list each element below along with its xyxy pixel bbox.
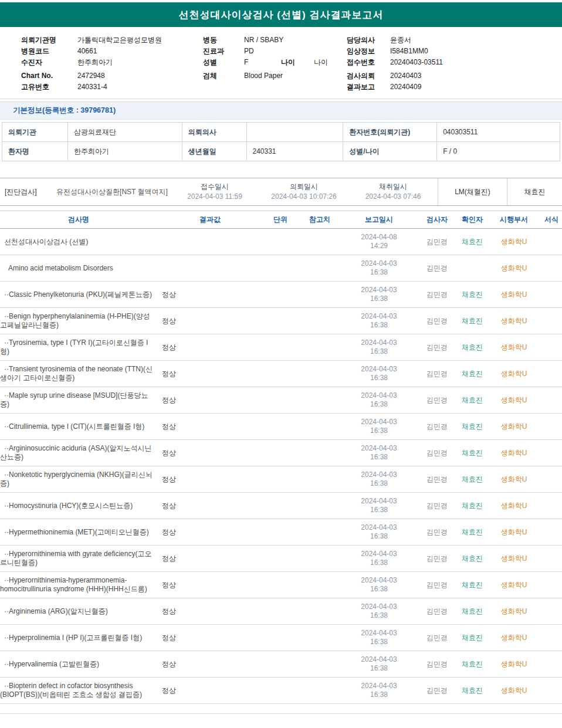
- unit-value: [263, 361, 298, 387]
- field-label: 성별/나이: [343, 142, 437, 161]
- reported-datetime: 2024-04-03 16:38: [341, 598, 417, 625]
- table-row: ··Homocystinuria (HCY)(호모시스틴뇨증)정상2024-04…: [0, 493, 562, 519]
- confirmer-name: 채효진: [458, 334, 487, 361]
- department-name: 생화학U: [487, 282, 541, 308]
- result-value: 정상: [157, 493, 263, 519]
- test-name: ··Maple syrup urine disease [MSUD](단풍당뇨증…: [0, 387, 157, 414]
- info-label: 검사의뢰: [347, 70, 390, 82]
- department-name: 생화학U: [487, 308, 541, 334]
- result-value: 정상: [157, 466, 263, 493]
- test-name: ··Classic Phenylketonuria (PKU)(페닐케톤뇨증): [0, 282, 157, 308]
- result-value: 정상: [157, 519, 263, 546]
- column-header-4: 참고치: [298, 211, 341, 229]
- info-value: 40661: [77, 46, 97, 57]
- time-label: 접수일시: [170, 182, 259, 192]
- form-value: [541, 466, 562, 493]
- test-name: ··Citrullinemia, type I (CIT)(시트룰린혈증 I형): [0, 414, 157, 440]
- divider-line: [0, 99, 562, 99]
- field-label: 환자명: [2, 142, 68, 161]
- basic-info-row: 환자명한주희아기생년월일240331성별/나이F / 0: [2, 142, 560, 161]
- report-title-band: 선천성대사이상검사 (선별) 검사결과보고서: [0, 2, 562, 27]
- reference-value: [298, 519, 341, 546]
- reported-text: 2024-04-03 16:38: [354, 497, 404, 514]
- info-value: I584B1MM0: [390, 46, 428, 57]
- time-value: 2024-04-03 10:07:26: [259, 192, 348, 202]
- reported-text: 2024-04-03 16:38: [354, 259, 404, 277]
- result-value: 정상: [157, 308, 263, 334]
- form-value: [541, 493, 562, 519]
- result-value: 정상: [157, 361, 263, 387]
- form-value: [541, 440, 562, 466]
- reported-text: 2024-04-03 16:38: [354, 550, 404, 567]
- tester-name: 김민경: [417, 255, 458, 282]
- tester-name: 김민경: [417, 493, 458, 519]
- table-row: Amino acid metabolism Disorders2024-04-0…: [0, 255, 562, 282]
- department-name: 생화학U: [487, 546, 541, 572]
- unit-value: [263, 229, 298, 255]
- confirmer-name: 채효진: [458, 361, 487, 387]
- report-page: 선천성대사이상검사 (선별) 검사결과보고서 의뢰기관명가톨릭대학교은평성모병원…: [0, 2, 562, 714]
- column-header-2: 결과값: [157, 211, 263, 229]
- results-header-row: 검사명결과값단위참고치보고일시검사자확인자시행부서서식: [0, 211, 562, 229]
- info-column-1: 의뢰기관명가톨릭대학교은평성모병원병원코드40661수진자한주희아기Chart …: [21, 35, 203, 93]
- unit-value: [263, 625, 298, 651]
- form-value: [541, 625, 562, 651]
- result-value: 정상: [157, 334, 263, 361]
- info-row: 진료과PD: [203, 46, 347, 57]
- test-name: ··Hypermethioninemia (MET)(고메티오닌혈증): [0, 519, 157, 546]
- test-name: ··Hyperornithinemia-hyperammonemia-homoc…: [0, 572, 157, 598]
- unit-value: [263, 678, 298, 704]
- reference-value: [298, 625, 341, 651]
- form-value: [541, 546, 562, 572]
- test-name: ··Argininosuccinic aciduria (ASA)(알지노석시닌…: [0, 440, 157, 466]
- test-name: 선천성대사이상검사 (선별): [0, 229, 157, 255]
- info-value: 240331-4: [77, 82, 107, 93]
- reported-text: 2024-04-03 16:38: [354, 682, 404, 699]
- table-row: ··Biopterin defect in cofactor biosynthe…: [0, 678, 562, 704]
- collector-name: LM(채혈진): [438, 178, 507, 205]
- basic-info-row: 의뢰기관삼광의료재단의뢰의사환자번호(의뢰기관)040303511: [2, 123, 560, 142]
- table-row: ··Tyrosinemia, type I (TYR I)(고타이로신혈증 I형…: [0, 334, 562, 361]
- reported-datetime: 2024-04-03 16:38: [341, 255, 417, 282]
- reported-datetime: 2024-04-03 16:38: [341, 361, 417, 387]
- info-row: 수진자한주희아기: [21, 57, 203, 68]
- department-name: 생화학U: [487, 625, 541, 651]
- result-value: 정상: [157, 678, 263, 704]
- reference-value: [298, 651, 341, 678]
- info-value: 20240403: [390, 70, 421, 82]
- field-label: 생년월일: [182, 142, 246, 161]
- reported-datetime: 2024-04-03 16:38: [341, 440, 417, 466]
- form-value: [541, 308, 562, 334]
- test-name: ··Hypervalinemia (고발린혈증): [0, 651, 157, 678]
- reference-value: [298, 361, 341, 387]
- table-row: ··Benign hyperphenylalaninemia (H-PHE)(양…: [0, 308, 562, 334]
- unit-value: [263, 334, 298, 361]
- tester-name: 김민경: [417, 440, 458, 466]
- confirmer-name: 채효진: [458, 678, 487, 704]
- reported-datetime: 2024-04-08 14:29: [341, 229, 417, 255]
- column-header-9: 서식: [541, 211, 562, 229]
- result-value: 정상: [157, 546, 263, 572]
- unit-value: [263, 493, 298, 519]
- form-value: [541, 519, 562, 546]
- tester-name: 김민경: [417, 466, 458, 493]
- diagnostic-times: 접수일시2024-04-03 11:59의뢰일시2024-04-03 10:07…: [170, 178, 438, 205]
- unit-value: [263, 440, 298, 466]
- tester-name: 김민경: [417, 572, 458, 598]
- confirmer-name: 채효진: [458, 519, 487, 546]
- test-name: ··Hyperornithinemia with gyrate deficien…: [0, 546, 157, 572]
- reported-datetime: 2024-04-03 16:38: [341, 651, 417, 678]
- info-row: Chart No.2472948: [21, 70, 203, 82]
- unit-value: [263, 598, 298, 625]
- confirmer-name: 채효진: [458, 282, 487, 308]
- reported-text: 2024-04-03 16:38: [354, 338, 404, 356]
- confirmer-name: 채효진: [458, 546, 487, 572]
- info-row: 병동NR / SBABY: [203, 35, 347, 46]
- result-value: 정상: [157, 414, 263, 440]
- unit-value: [263, 414, 298, 440]
- form-value: [541, 678, 562, 704]
- tester-name: 김민경: [417, 414, 458, 440]
- reported-text: 2024-04-08 14:29: [354, 233, 404, 250]
- patient-info-header: 의뢰기관명가톨릭대학교은평성모병원병원코드40661수진자한주희아기Chart …: [0, 27, 562, 99]
- info-label: 의뢰기관명: [21, 35, 77, 46]
